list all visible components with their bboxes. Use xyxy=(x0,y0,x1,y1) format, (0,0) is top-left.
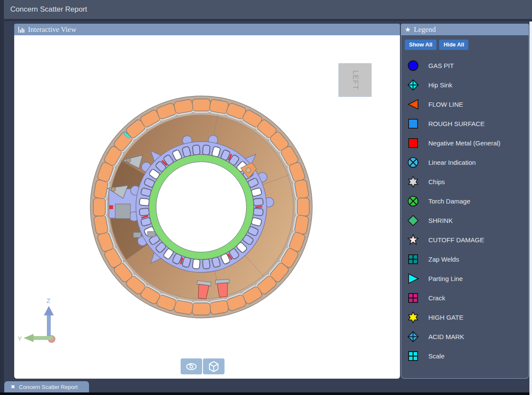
legend-title: Legend xyxy=(414,25,436,34)
gray-tab xyxy=(148,231,155,237)
legend-item-label: Linear Indication xyxy=(428,159,476,166)
legend-item-label: Crack xyxy=(428,294,445,302)
title-bar: Concern Scatter Report xyxy=(4,0,532,19)
negative-metal-general-icon xyxy=(407,137,419,149)
eye-icon xyxy=(186,363,197,370)
legend-item-rough-surface[interactable]: ROUGH SURFACE xyxy=(405,114,526,133)
legend-item-cutoff-damage[interactable]: CUTOFF DAMAGE xyxy=(405,230,526,250)
gray-tab xyxy=(133,232,141,238)
view-cube-label: LEFT xyxy=(351,70,360,90)
legend-panel: ★ Legend Show All Hide All GAS PIT Hip S… xyxy=(401,24,529,379)
legend-item-label: GAS PIT xyxy=(428,62,454,69)
high-gate-icon xyxy=(407,312,419,323)
interactive-view-panel: Interactive View xyxy=(14,24,400,379)
legend-item-label: Chips xyxy=(428,178,445,185)
right-edge-strip xyxy=(529,22,532,395)
legend-item-label: SHRINK xyxy=(428,217,453,224)
flow-line-icon xyxy=(407,99,419,110)
viewport[interactable]: Z Y LEFT xyxy=(14,35,400,379)
hide-all-button[interactable]: Hide All xyxy=(439,40,468,50)
legend-body: Show All Hide All GAS PIT Hip SinkFLOW L… xyxy=(401,35,529,379)
bottom-strip xyxy=(0,392,532,395)
legend-item-label: HIGH GATE xyxy=(428,314,463,321)
zap-welds-icon xyxy=(407,253,419,265)
legend-buttons: Show All Hide All xyxy=(405,40,526,50)
chips-icon xyxy=(407,176,419,188)
view-cube-left[interactable]: LEFT xyxy=(338,63,372,97)
gray-block xyxy=(115,204,130,219)
crack-icon xyxy=(407,292,419,304)
left-edge-strip xyxy=(0,0,4,395)
interactive-view-title: Interactive View xyxy=(28,25,76,34)
legend-item-label: ACID MARK xyxy=(428,333,464,340)
legend-item-label: FLOW LINE xyxy=(428,101,463,108)
legend-item-crack[interactable]: Crack xyxy=(405,288,526,308)
tab-concern-scatter-report[interactable]: ✖ Concern Scatter Report xyxy=(4,381,89,392)
page-title: Concern Scatter Report xyxy=(4,5,87,14)
legend-item-high-gate[interactable]: HIGH GATE xyxy=(405,308,526,327)
cube-button[interactable] xyxy=(203,358,224,374)
legend-item-chips[interactable]: Chips xyxy=(405,172,526,191)
legend-item-linear-indication[interactable]: Linear Indication xyxy=(405,153,526,172)
legend-item-label: Torch Damage xyxy=(428,198,470,205)
legend-header: ★ Legend xyxy=(401,24,529,35)
interactive-view-header: Interactive View xyxy=(14,24,400,35)
mold-disc xyxy=(90,96,312,318)
tab-label: Concern Scatter Report xyxy=(19,384,78,390)
legend-item-negative-metal-general[interactable]: Negative Metal (General) xyxy=(405,133,526,153)
legend-item-torch-damage[interactable]: Torch Damage xyxy=(405,191,526,211)
legend-item-label: CUTOFF DAMAGE xyxy=(428,236,484,244)
legend-item-hip-sink[interactable]: Hip Sink xyxy=(405,75,526,95)
rough-surface-icon xyxy=(407,118,419,130)
acid-mark-icon xyxy=(407,331,419,343)
axis-y-label: Y xyxy=(18,335,22,342)
shrink-icon xyxy=(407,215,419,226)
legend-item-label: Zap Welds xyxy=(428,256,459,263)
axis-triad: Z Y xyxy=(18,297,55,343)
legend-item-label: Hip Sink xyxy=(428,81,452,89)
linear-indication-icon xyxy=(407,157,419,168)
red-concern-mark xyxy=(109,205,113,209)
star-icon: ★ xyxy=(405,25,411,34)
legend-item-zap-welds[interactable]: Zap Welds xyxy=(405,250,526,269)
legend-item-gas-pit[interactable]: GAS PIT xyxy=(405,56,526,75)
axis-z-label: Z xyxy=(46,297,50,304)
show-all-button[interactable]: Show All xyxy=(405,40,437,50)
cube-icon xyxy=(209,361,219,372)
legend-item-scale[interactable]: Scale xyxy=(405,346,526,366)
title-separator xyxy=(0,19,532,21)
view-toolbar xyxy=(181,358,224,374)
legend-items: GAS PIT Hip SinkFLOW LINEROUGH SURFACENe… xyxy=(405,56,526,366)
center-bore xyxy=(156,162,246,252)
legend-item-label: ROUGH SURFACE xyxy=(428,120,485,127)
scale-icon xyxy=(407,350,419,362)
close-icon[interactable]: ✖ xyxy=(11,384,15,389)
legend-item-parting-line[interactable]: Parting Line xyxy=(405,269,526,288)
legend-item-flow-line[interactable]: FLOW LINE xyxy=(405,95,526,114)
legend-item-label: Parting Line xyxy=(428,275,463,282)
torch-damage-icon xyxy=(407,195,419,207)
legend-item-shrink[interactable]: SHRINK xyxy=(405,211,526,230)
eye-button[interactable] xyxy=(181,358,202,374)
bar-chart-icon xyxy=(18,27,25,33)
hip-sink-icon xyxy=(407,79,419,91)
gas-pit-icon xyxy=(407,60,419,71)
legend-item-acid-mark[interactable]: ACID MARK xyxy=(405,327,526,346)
parting-line-icon xyxy=(407,273,419,284)
legend-item-label: Negative Metal (General) xyxy=(428,139,501,147)
cutoff-damage-icon xyxy=(407,234,419,246)
legend-item-label: Scale xyxy=(428,352,445,360)
